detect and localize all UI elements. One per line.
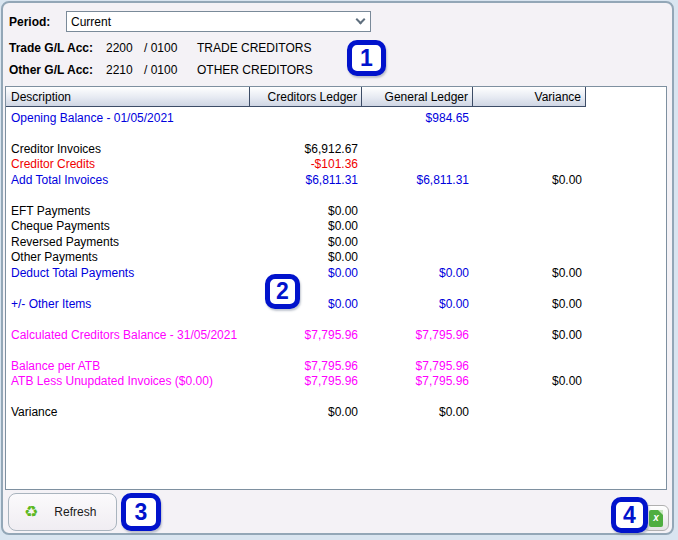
variance-value: $0.00 [473, 266, 586, 280]
refresh-button[interactable]: ♻ Refresh [8, 493, 117, 531]
trade-gl-code: 2200 [106, 41, 133, 55]
table-row[interactable]: Cheque Payments$0.00 [6, 219, 666, 235]
general-ledger-value: $6,811.31 [362, 173, 473, 187]
table-row[interactable]: Reversed Payments$0.00 [6, 234, 666, 250]
table-header: Description Creditors Ledger General Led… [6, 87, 666, 107]
annotation-badge-2: 2 [265, 274, 300, 309]
row-description: ATB Less Unupdated Invoices ($0.00) [6, 374, 250, 388]
row-description: Calculated Creditors Balance - 31/05/202… [6, 328, 250, 342]
column-header-filler [586, 87, 666, 107]
trade-gl-name: TRADE CREDITORS [197, 41, 311, 55]
creditors-ledger-value: $0.00 [250, 405, 362, 419]
other-gl-label: Other G/L Acc: [9, 63, 93, 77]
row-description: Opening Balance - 01/05/2021 [6, 111, 250, 125]
table-row[interactable]: +/- Other Items$0.00$0.00$0.00 [6, 296, 666, 312]
period-label: Period: [9, 15, 50, 29]
recycle-icon: ♻ [24, 504, 38, 520]
table-row[interactable]: Opening Balance - 01/05/2021$984.65 [6, 110, 666, 126]
period-select[interactable]: Current [66, 11, 371, 32]
row-description: Creditor Invoices [6, 142, 250, 156]
row-description: Cheque Payments [6, 219, 250, 233]
table-row[interactable]: Calculated Creditors Balance - 31/05/202… [6, 327, 666, 343]
annotation-badge-4: 4 [611, 497, 648, 533]
general-ledger-value: $0.00 [362, 297, 473, 311]
table-row[interactable]: Balance per ATB$7,795.96$7,795.96 [6, 358, 666, 374]
trade-gl-label: Trade G/L Acc: [9, 41, 93, 55]
column-header-description[interactable]: Description [6, 87, 250, 107]
row-description: Creditor Credits [6, 157, 250, 171]
period-selected-value: Current [71, 15, 357, 29]
row-description: Other Payments [6, 250, 250, 264]
general-ledger-value: $0.00 [362, 405, 473, 419]
creditors-ledger-value: $7,795.96 [250, 328, 362, 342]
general-ledger-value: $7,795.96 [362, 374, 473, 388]
other-gl-code: 2210 [106, 63, 133, 77]
row-description: +/- Other Items [6, 297, 250, 311]
creditors-ledger-value: $7,795.96 [250, 374, 362, 388]
general-ledger-value: $7,795.96 [362, 359, 473, 373]
annotation-badge-1: 1 [347, 40, 386, 76]
table-row[interactable]: Other Payments$0.00 [6, 250, 666, 266]
table-row[interactable]: Deduct Total Payments$0.00$0.00$0.00 [6, 265, 666, 281]
variance-value: $0.00 [473, 173, 586, 187]
chevron-down-icon [356, 15, 366, 25]
creditors-ledger-value: $0.00 [250, 204, 362, 218]
row-description: Deduct Total Payments [6, 266, 250, 280]
variance-value: $0.00 [473, 374, 586, 388]
general-ledger-value: $984.65 [362, 111, 473, 125]
table-row[interactable]: Creditor Credits-$101.36 [6, 157, 666, 173]
annotation-badge-3: 3 [121, 493, 161, 531]
general-ledger-value: $7,795.96 [362, 328, 473, 342]
variance-value: $0.00 [473, 297, 586, 311]
creditors-ledger-value: $0.00 [250, 250, 362, 264]
table-row[interactable]: Variance$0.00$0.00 [6, 405, 666, 421]
other-gl-account-row: Other G/L Acc: 2210 / 0100 OTHER CREDITO… [3, 63, 663, 77]
creditors-ledger-value: $0.00 [250, 219, 362, 233]
column-header-creditors-ledger[interactable]: Creditors Ledger [250, 87, 362, 107]
table-row[interactable]: Creditor Invoices$6,912.67 [6, 141, 666, 157]
creditors-ledger-value: $7,795.96 [250, 359, 362, 373]
variance-value: $0.00 [473, 328, 586, 342]
row-description: Variance [6, 405, 250, 419]
table-row[interactable]: Add Total Invoices$6,811.31$6,811.31$0.0… [6, 172, 666, 188]
row-description: Add Total Invoices [6, 173, 250, 187]
trade-gl-subcode: / 0100 [144, 41, 177, 55]
other-gl-subcode: / 0100 [144, 63, 177, 77]
creditors-ledger-value: $6,912.67 [250, 142, 362, 156]
table-row[interactable]: ATB Less Unupdated Invoices ($0.00)$7,79… [6, 374, 666, 390]
row-description: Reversed Payments [6, 235, 250, 249]
reconciliation-window: Period: Current Trade G/L Acc: 2200 / 01… [1, 1, 674, 535]
reconciliation-table: Description Creditors Ledger General Led… [5, 86, 667, 490]
creditors-ledger-value: $6,811.31 [250, 173, 362, 187]
trade-gl-account-row: Trade G/L Acc: 2200 / 0100 TRADE CREDITO… [3, 41, 663, 55]
refresh-button-label: Refresh [54, 505, 96, 519]
other-gl-name: OTHER CREDITORS [197, 63, 313, 77]
column-header-variance[interactable]: Variance [473, 87, 586, 107]
row-description: EFT Payments [6, 204, 250, 218]
creditors-reconciliation-screen: Period: Current Trade G/L Acc: 2200 / 01… [0, 0, 678, 540]
creditors-ledger-value: $0.00 [250, 235, 362, 249]
column-header-general-ledger[interactable]: General Ledger [362, 87, 473, 107]
row-description: Balance per ATB [6, 359, 250, 373]
table-body: Opening Balance - 01/05/2021$984.65Credi… [6, 107, 666, 420]
general-ledger-value: $0.00 [362, 266, 473, 280]
creditors-ledger-value: -$101.36 [250, 157, 362, 171]
excel-export-icon: x [649, 510, 663, 527]
table-row[interactable]: EFT Payments$0.00 [6, 203, 666, 219]
